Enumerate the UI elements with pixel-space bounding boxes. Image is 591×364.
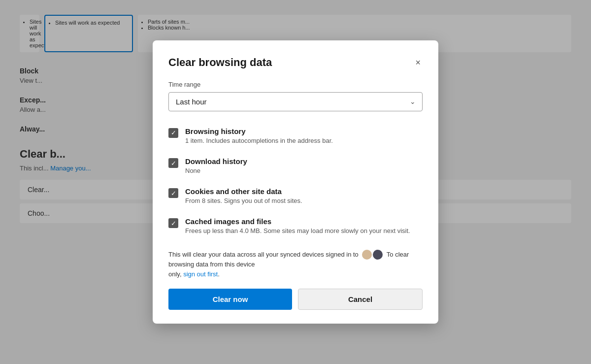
sync-notice-before: This will clear your data across all you… [168, 251, 359, 258]
cached-title: Cached images and files [185, 217, 423, 226]
dialog-overlay: Clear browsing data × Time range Last ho… [0, 0, 591, 364]
cached-checkbox[interactable]: ✓ [168, 218, 178, 228]
sync-notice-end: only, [168, 270, 182, 278]
dialog-buttons: Clear now Cancel [168, 289, 423, 310]
download-history-label: Download history None [185, 157, 423, 175]
time-range-label: Time range [168, 81, 423, 88]
cancel-button[interactable]: Cancel [298, 289, 423, 310]
sync-link-period: . [218, 270, 220, 278]
time-range-select-wrapper: Last hour Last 24 hours Last 7 days Last… [168, 92, 423, 111]
browsing-history-item: ✓ Browsing history 1 item. Includes auto… [168, 121, 423, 151]
cached-item: ✓ Cached images and files Frees up less … [168, 211, 423, 241]
sync-avatars [362, 250, 383, 260]
download-history-sub: None [185, 166, 423, 175]
cookies-checkbox[interactable]: ✓ [168, 188, 178, 198]
cached-sub: Frees up less than 4.0 MB. Some sites ma… [185, 227, 423, 235]
browsing-history-title: Browsing history [185, 127, 423, 135]
checkmark-icon: ✓ [171, 130, 176, 136]
close-icon: × [415, 58, 421, 67]
download-history-checkbox[interactable]: ✓ [168, 158, 178, 168]
cookies-title: Cookies and other site data [185, 187, 423, 196]
avatar-2 [373, 250, 383, 260]
cookies-label: Cookies and other site data From 8 sites… [185, 187, 423, 205]
browsing-history-sub: 1 item. Includes autocompletions in the … [185, 136, 423, 145]
clear-browsing-data-dialog: Clear browsing data × Time range Last ho… [153, 40, 438, 324]
browsing-history-label: Browsing history 1 item. Includes autoco… [185, 127, 423, 145]
clear-now-button[interactable]: Clear now [168, 289, 292, 310]
cookies-sub: From 8 sites. Signs you out of most site… [185, 197, 423, 205]
download-history-title: Download history [185, 157, 423, 165]
checkmark-icon: ✓ [171, 220, 176, 227]
checkmark-icon: ✓ [171, 160, 176, 166]
sync-notice: This will clear your data across all you… [168, 250, 423, 279]
avatar-1 [362, 250, 372, 260]
close-button[interactable]: × [413, 56, 423, 69]
browsing-history-checkbox[interactable]: ✓ [168, 128, 178, 138]
checkbox-list: ✓ Browsing history 1 item. Includes auto… [168, 121, 423, 242]
dialog-title: Clear browsing data [168, 56, 272, 69]
cached-label: Cached images and files Frees up less th… [185, 217, 423, 235]
sign-out-link[interactable]: sign out first [183, 270, 218, 278]
cookies-item: ✓ Cookies and other site data From 8 sit… [168, 181, 423, 211]
checkmark-icon: ✓ [171, 190, 176, 197]
download-history-item: ✓ Download history None [168, 151, 423, 181]
dialog-header: Clear browsing data × [168, 56, 423, 69]
time-range-select[interactable]: Last hour Last 24 hours Last 7 days Last… [168, 92, 423, 111]
